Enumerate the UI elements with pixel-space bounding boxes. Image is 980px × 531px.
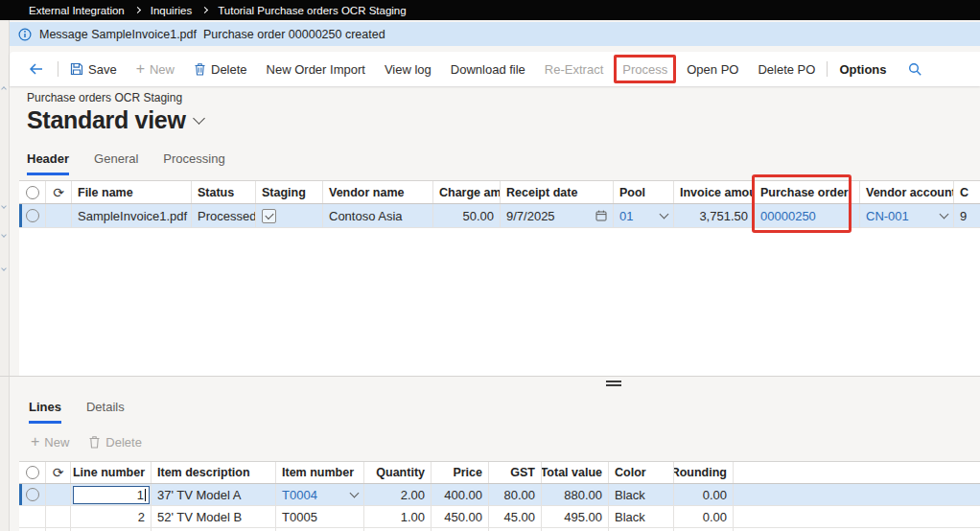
- col-file-name[interactable]: File name: [72, 181, 192, 203]
- lines-new-label: New: [44, 435, 69, 450]
- col-purchase-order[interactable]: Purchase order: [755, 181, 860, 203]
- col-price[interactable]: Price: [432, 462, 489, 483]
- item-number-chevron-down-icon[interactable]: [350, 489, 360, 498]
- row-select-radio[interactable]: [26, 488, 39, 501]
- breadcrumb-item-external-integration[interactable]: External Integration: [29, 5, 125, 16]
- col-line-number[interactable]: Line number: [71, 462, 152, 483]
- tab-details[interactable]: Details: [86, 400, 125, 424]
- row-select-radio[interactable]: [26, 209, 39, 222]
- header-grid-row[interactable]: SampleInvoice1.pdf Processed Contoso Asi…: [19, 204, 980, 228]
- save-icon: [70, 62, 83, 76]
- re-extract-button[interactable]: Re-Extract: [535, 52, 613, 86]
- lines-grid-column-row: ⟳ Line number Item description Item numb…: [19, 461, 980, 484]
- view-title[interactable]: Standard view: [27, 106, 203, 134]
- download-file-button[interactable]: Download file: [441, 52, 535, 86]
- splitter-handle[interactable]: [606, 381, 621, 388]
- select-all-radio-cell[interactable]: [19, 181, 46, 203]
- row-radio-cell[interactable]: [19, 204, 46, 227]
- col-color[interactable]: Color: [609, 462, 674, 483]
- vendor-account-chevron-down-icon[interactable]: [940, 210, 949, 219]
- cell-color: Black: [609, 506, 674, 527]
- refresh-icon: ⟳: [53, 186, 64, 199]
- col-pool[interactable]: Pool: [614, 181, 674, 203]
- col-status[interactable]: Status: [192, 181, 256, 203]
- cell-invoice-amount: 3,751.50: [674, 204, 755, 227]
- cell-line-number[interactable]: 1: [71, 484, 152, 505]
- cell-staging: [256, 204, 323, 227]
- lines-grid-row[interactable]: 1 37' TV Model A T0004 2.00 400.00 80.00…: [19, 484, 980, 506]
- lines-delete-button[interactable]: Delete: [88, 435, 142, 450]
- col-gst[interactable]: GST: [489, 462, 542, 483]
- pane-chevron-up-icon: [1, 86, 7, 92]
- refresh-column-cell[interactable]: ⟳: [46, 462, 71, 483]
- vendor-account-link[interactable]: CN-001: [866, 209, 909, 223]
- col-quantity[interactable]: Quantity: [364, 462, 432, 483]
- row-radio-cell[interactable]: [19, 506, 46, 527]
- item-number-link[interactable]: T0004: [282, 488, 317, 502]
- col-staging[interactable]: Staging: [256, 181, 323, 203]
- col-total-value[interactable]: Total value: [542, 462, 609, 483]
- select-all-radio[interactable]: [26, 186, 39, 199]
- cell-price: 450.00: [432, 506, 489, 527]
- top-navigation-bar: External Integration Inquiries Tutorial …: [0, 0, 980, 20]
- cell-vendor-account[interactable]: CN-001: [860, 204, 954, 227]
- breadcrumb-item-page[interactable]: Tutorial Purchase orders OCR Staging: [218, 5, 406, 16]
- col-charge-amount[interactable]: Charge am...: [433, 181, 501, 203]
- delete-po-button[interactable]: Delete PO: [748, 52, 825, 86]
- cell-gst: 80.00: [489, 484, 542, 505]
- cell-pool[interactable]: 01: [614, 204, 674, 227]
- tab-lines[interactable]: Lines: [29, 400, 61, 424]
- col-rounding[interactable]: Rounding: [674, 462, 734, 483]
- header-tab-strip: Header General Processing: [27, 151, 225, 175]
- cell-item-number[interactable]: T0004: [276, 484, 364, 505]
- col-created[interactable]: C: [954, 181, 980, 203]
- lines-delete-label: Delete: [105, 435, 142, 450]
- new-order-import-button[interactable]: New Order Import: [257, 52, 375, 86]
- search-button[interactable]: [897, 52, 934, 86]
- tab-processing[interactable]: Processing: [163, 151, 224, 175]
- staging-checkbox[interactable]: [262, 209, 276, 223]
- line-number-input[interactable]: 1: [73, 486, 150, 504]
- delete-button[interactable]: Delete: [184, 52, 257, 86]
- tab-header[interactable]: Header: [27, 151, 69, 175]
- view-log-button[interactable]: View log: [375, 52, 441, 86]
- col-vendor-name[interactable]: Vendor name: [323, 181, 433, 203]
- process-button[interactable]: Process: [613, 52, 677, 86]
- info-icon: [18, 28, 32, 41]
- purchase-order-link[interactable]: 00000250: [760, 209, 816, 223]
- cell-rounding: 0.00: [674, 506, 734, 527]
- calendar-icon[interactable]: [595, 210, 607, 221]
- select-all-radio-cell[interactable]: [19, 462, 46, 483]
- back-button[interactable]: [17, 52, 56, 86]
- collapsed-side-pane[interactable]: [0, 20, 10, 531]
- pane-chevron-down-icon: [1, 203, 7, 209]
- col-item-description[interactable]: Item description: [152, 462, 276, 483]
- cell-item-description: 52' TV Model B: [152, 506, 276, 527]
- breadcrumb-item-inquiries[interactable]: Inquiries: [151, 5, 192, 16]
- pool-chevron-down-icon[interactable]: [660, 210, 669, 219]
- col-vendor-account[interactable]: Vendor account: [860, 181, 954, 203]
- col-filler: [734, 462, 980, 483]
- tab-general[interactable]: General: [94, 151, 138, 175]
- open-po-button[interactable]: Open PO: [677, 52, 748, 86]
- lines-grid-row[interactable]: 2 52' TV Model B T0005 1.00 450.00 45.00…: [19, 506, 980, 528]
- refresh-column-cell[interactable]: ⟳: [46, 181, 72, 203]
- col-invoice-amount[interactable]: Invoice amount: [674, 181, 755, 203]
- new-button[interactable]: + New: [127, 52, 184, 86]
- pool-value[interactable]: 01: [619, 209, 633, 223]
- cell-purchase-order[interactable]: 00000250: [755, 204, 860, 227]
- col-item-number[interactable]: Item number: [276, 462, 364, 483]
- save-button[interactable]: Save: [60, 52, 127, 86]
- row-radio-cell[interactable]: [19, 484, 46, 505]
- col-receipt-date[interactable]: Receipt date: [501, 181, 614, 203]
- cell-filler: [734, 484, 980, 505]
- options-button[interactable]: Options: [829, 52, 896, 86]
- lines-new-button[interactable]: + New: [31, 434, 69, 450]
- toolbar-divider: [827, 61, 828, 77]
- cell-color: Black: [609, 484, 674, 505]
- cell-vendor-name: Contoso Asia: [323, 204, 433, 227]
- cell-rounding: 0.00: [674, 484, 734, 505]
- row-refresh-cell: [46, 204, 72, 227]
- select-all-radio[interactable]: [26, 466, 39, 479]
- cell-item-number: T0005: [276, 506, 364, 527]
